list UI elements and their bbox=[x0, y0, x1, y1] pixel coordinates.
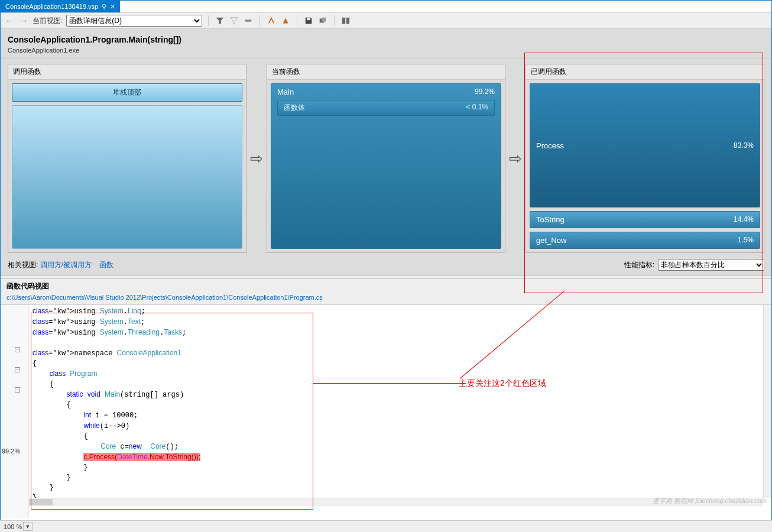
block-pct: 1.5% bbox=[738, 236, 754, 244]
called-block-process[interactable]: Process83.3% bbox=[530, 83, 760, 207]
call-panels: 调用函数 堆栈顶部 ⇨ 当前函数 Main 99.2% 函数体 < 0.1% ⇨… bbox=[1, 59, 771, 257]
show-hot-path-icon[interactable] bbox=[266, 15, 277, 26]
view-select[interactable]: 函数详细信息(D) bbox=[66, 15, 202, 27]
pin-icon[interactable]: ⚲ bbox=[102, 3, 106, 11]
related-views-bar: 相关视图: 调用方/被调用方 函数 性能指标: 非独占样本数百分比 bbox=[1, 257, 771, 275]
margin-pct: 99.2% bbox=[2, 447, 20, 455]
block-name: get_Now bbox=[536, 236, 566, 245]
block-name: Main bbox=[277, 87, 294, 96]
hot-path-icon[interactable] bbox=[280, 15, 291, 26]
status-bar: 100 %▾ bbox=[0, 520, 772, 532]
block-name: Process bbox=[536, 141, 564, 150]
called-block-tostring[interactable]: ToString14.4% bbox=[530, 211, 760, 228]
zoom-dropdown-icon[interactable]: ▾ bbox=[23, 522, 33, 531]
toolbar: ← → 当前视图: 函数详细信息(D) bbox=[1, 12, 771, 29]
separator bbox=[334, 15, 335, 26]
close-icon[interactable]: ✕ bbox=[110, 3, 115, 11]
related-label: 相关视图: bbox=[8, 260, 38, 270]
calling-empty bbox=[12, 105, 242, 249]
filter-clear-icon[interactable] bbox=[229, 15, 239, 26]
link-caller-callee[interactable]: 调用方/被调用方 bbox=[40, 261, 92, 269]
code-editor[interactable]: class="kw">using System.Linq; class="kw"… bbox=[29, 305, 763, 518]
called-functions-panel: 已调用函数 Process83.3%ToString14.4%get_Now1.… bbox=[526, 64, 764, 253]
panel-header: 已调用函数 bbox=[526, 64, 764, 80]
svg-rect-3 bbox=[322, 18, 326, 22]
zoom-level[interactable]: 100 % bbox=[4, 523, 22, 530]
metric-select[interactable]: 非独占样本数百分比 bbox=[658, 259, 764, 271]
block-pct: 99.2% bbox=[475, 87, 495, 96]
document-tab[interactable]: ConsoleApplication1130419.vsp ⚲ ✕ bbox=[1, 1, 120, 12]
block-name: 函数体 bbox=[284, 103, 305, 112]
arrow-icon: ⇨ bbox=[249, 150, 264, 168]
function-body-block[interactable]: 函数体 < 0.1% bbox=[277, 100, 495, 116]
current-main-block[interactable]: Main 99.2% 函数体 < 0.1% bbox=[271, 83, 501, 249]
panel-header: 调用函数 bbox=[8, 64, 246, 80]
vertical-scrollbar[interactable] bbox=[763, 305, 771, 498]
called-block-get_now[interactable]: get_Now1.5% bbox=[530, 232, 760, 249]
filter-icon[interactable] bbox=[215, 15, 225, 26]
document-tabbar: ConsoleApplication1130419.vsp ⚲ ✕ bbox=[1, 1, 771, 12]
svg-rect-0 bbox=[245, 20, 252, 22]
metric-label: 性能指标: bbox=[624, 260, 654, 270]
separator bbox=[297, 15, 297, 26]
panel-header: 当前函数 bbox=[267, 64, 505, 80]
arrow-icon: ⇨ bbox=[508, 150, 523, 168]
calling-functions-panel: 调用函数 堆栈顶部 bbox=[8, 64, 246, 253]
horizontal-scrollbar[interactable] bbox=[29, 498, 763, 506]
separator bbox=[208, 15, 209, 26]
separator bbox=[260, 15, 260, 26]
block-pct: 14.4% bbox=[734, 215, 754, 223]
svg-rect-1 bbox=[307, 18, 310, 21]
svg-rect-5 bbox=[346, 18, 349, 24]
block-pct: 83.3% bbox=[734, 141, 754, 150]
reduce-noise-icon[interactable] bbox=[243, 15, 254, 26]
save-icon[interactable] bbox=[303, 15, 314, 26]
export-icon[interactable] bbox=[317, 15, 328, 26]
link-functions[interactable]: 函数 bbox=[99, 261, 113, 269]
tab-title: ConsoleApplication1130419.vsp bbox=[5, 3, 98, 10]
current-function-panel: 当前函数 Main 99.2% 函数体 < 0.1% bbox=[267, 64, 505, 253]
stack-top-block[interactable]: 堆栈顶部 bbox=[12, 83, 242, 102]
function-header: ConsoleApplication1.Program.Main(string[… bbox=[1, 29, 771, 59]
fold-toggle[interactable]: − bbox=[15, 347, 20, 352]
code-file-path[interactable]: c:\Users\Aaron\Documents\Visual Studio 2… bbox=[1, 293, 771, 305]
block-name: ToString bbox=[536, 215, 565, 224]
function-title: ConsoleApplication1.Program.Main(string[… bbox=[8, 35, 764, 44]
code-area: − − − 99.2% class="kw">using System.Linq… bbox=[1, 305, 771, 518]
code-gutter: − − − 99.2% bbox=[1, 305, 29, 518]
block-pct: < 0.1% bbox=[466, 103, 488, 111]
view-label: 当前视图: bbox=[33, 16, 63, 26]
back-button[interactable]: ← bbox=[4, 16, 15, 25]
module-name: ConsoleApplication1.exe bbox=[8, 47, 764, 54]
svg-rect-4 bbox=[342, 18, 345, 24]
forward-button[interactable]: → bbox=[18, 16, 29, 25]
code-view-header: 函数代码视图 bbox=[1, 279, 771, 293]
layout-icon[interactable] bbox=[340, 15, 351, 26]
